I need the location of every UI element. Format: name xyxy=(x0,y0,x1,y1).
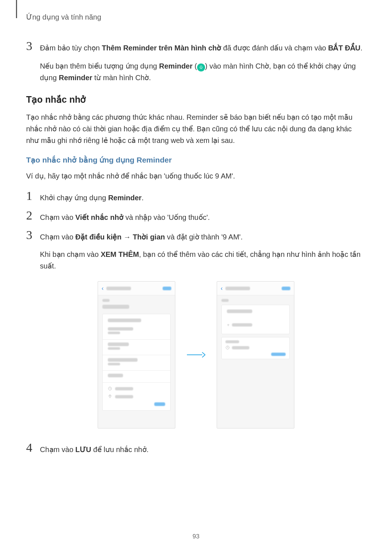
clock-icon xyxy=(108,386,112,391)
add-row: + xyxy=(227,323,284,327)
text: và đặt giờ thành '9 AM'. xyxy=(165,233,243,241)
placeholder-line xyxy=(108,374,123,377)
step-body: Chạm vào Viết nhắc nhở và nhập vào 'Uống… xyxy=(40,211,366,223)
divider xyxy=(103,339,170,340)
step-body: Chạm vào Đặt điều kiện → Thời gian và đặ… xyxy=(40,230,366,243)
step-number: 3 xyxy=(26,40,40,52)
step-3: 3 Đảm bảo tùy chọn Thêm Reminder trên Mà… xyxy=(26,41,366,54)
step-body: Khởi chạy ứng dụng Reminder. xyxy=(40,191,366,204)
figure-row: ‹ xyxy=(26,281,366,428)
condition-row xyxy=(108,386,165,391)
reminder-card: + xyxy=(221,305,290,334)
step-1: 1 Khởi chạy ứng dụng Reminder. xyxy=(26,191,366,204)
text: Đảm bảo tùy chọn xyxy=(40,44,102,52)
text-bold: Thời gian xyxy=(133,233,165,241)
text: để lưu nhắc nhở. xyxy=(91,446,148,454)
text: Khi bạn chạm vào xyxy=(40,250,101,258)
text: Nếu bạn thêm biểu tượng ứng dụng xyxy=(40,62,159,70)
text-bold: Viết nhắc nhở xyxy=(75,213,123,221)
clock-icon xyxy=(225,345,230,350)
placeholder-line xyxy=(115,387,133,390)
divider xyxy=(103,355,170,355)
divider xyxy=(103,382,170,383)
condition-row xyxy=(108,394,165,399)
location-pin-icon xyxy=(108,394,112,399)
text-bold: XEM THÊM xyxy=(101,250,139,258)
back-chevron-icon: ‹ xyxy=(102,285,103,292)
step-number: 1 xyxy=(26,190,40,202)
placeholder-line xyxy=(232,323,252,327)
save-placeholder xyxy=(154,402,165,406)
placeholder-line xyxy=(108,358,138,362)
step-3b-note: Khi bạn chạm vào XEM THÊM, bạn có thể th… xyxy=(40,249,366,272)
step-number: 4 xyxy=(26,442,40,454)
phone-topbar: ‹ xyxy=(98,282,175,295)
step-4: 4 Chạm vào LƯU để lưu nhắc nhở. xyxy=(26,443,366,455)
placeholder-line xyxy=(225,340,239,343)
step-3-note: Nếu bạn thêm biểu tượng ứng dụng Reminde… xyxy=(40,60,366,83)
divider xyxy=(103,370,170,371)
placeholder-line xyxy=(232,346,249,349)
placeholder-line xyxy=(102,305,129,309)
text: đã được đánh dấu và chạm vào xyxy=(221,44,328,52)
text: ( xyxy=(193,62,197,70)
reminder-bell-icon xyxy=(197,63,205,71)
phone-topbar-action-placeholder xyxy=(282,287,290,290)
text: Chạm vào xyxy=(40,446,75,454)
text: → xyxy=(122,233,133,241)
subheading-via-app: Tạo nhắc nhở bằng ứng dụng Reminder xyxy=(26,156,366,164)
text: Chạm vào xyxy=(40,213,75,221)
text-bold: Thêm Reminder trên Màn hình chờ xyxy=(102,44,221,52)
text-bold: Reminder xyxy=(59,74,92,82)
text: và nhập vào 'Uống thuốc'. xyxy=(123,213,210,221)
page-number: 93 xyxy=(0,533,392,540)
heading-create-reminder: Tạo nhắc nhở xyxy=(26,94,366,105)
phone-topbar-title-placeholder xyxy=(225,287,250,290)
placeholder-line xyxy=(108,363,120,365)
placeholder-line xyxy=(102,299,110,302)
paragraph: Tạo nhắc nhở bằng các phương thức khác n… xyxy=(26,111,366,146)
paragraph: Ví dụ, hãy tạo một nhắc nhở để nhắc bạn … xyxy=(26,170,366,182)
placeholder-line xyxy=(221,299,229,302)
phone-body: + xyxy=(217,295,294,363)
plus-icon: + xyxy=(227,323,230,327)
step-body: Đảm bảo tùy chọn Thêm Reminder trên Màn … xyxy=(40,41,366,54)
placeholder-line xyxy=(115,395,133,398)
flow-arrow-icon xyxy=(186,350,206,359)
step-body: Chạm vào LƯU để lưu nhắc nhở. xyxy=(40,443,366,455)
placeholder-line xyxy=(108,327,133,331)
text-bold: Reminder xyxy=(108,194,142,202)
reminder-card xyxy=(102,314,171,411)
phone-topbar-title-placeholder xyxy=(106,287,131,290)
step-2: 2 Chạm vào Viết nhắc nhở và nhập vào 'Uố… xyxy=(26,211,366,223)
step-number: 3 xyxy=(26,229,40,241)
text: . xyxy=(142,194,144,202)
phone-screenshot-left: ‹ xyxy=(98,281,175,428)
text-bold: BẮT ĐẦU xyxy=(328,44,360,52)
text: từ màn hình Chờ. xyxy=(92,74,151,82)
step-number: 2 xyxy=(26,209,40,222)
section-margin-rule xyxy=(16,0,17,18)
condition-strip xyxy=(221,337,290,359)
text-bold: Reminder xyxy=(159,62,192,70)
placeholder-line xyxy=(108,332,120,334)
phone-topbar-action-placeholder xyxy=(163,287,171,290)
text-bold: LƯU xyxy=(75,446,91,454)
action-placeholder xyxy=(271,353,286,356)
text: Chạm vào xyxy=(40,233,75,241)
text: . xyxy=(360,44,363,52)
step-3b: 3 Chạm vào Đặt điều kiện → Thời gian và … xyxy=(26,230,366,243)
back-chevron-icon: ‹ xyxy=(221,285,222,292)
phone-body xyxy=(98,295,175,414)
svg-point-1 xyxy=(110,395,110,396)
placeholder-line xyxy=(227,309,252,313)
text-bold: Đặt điều kiện xyxy=(75,233,122,241)
placeholder-line xyxy=(108,319,141,322)
text: Khởi chạy ứng dụng xyxy=(40,194,108,202)
phone-topbar: ‹ xyxy=(217,282,294,295)
placeholder-line xyxy=(108,347,120,350)
page-header: Ứng dụng và tính năng xyxy=(26,13,366,21)
phone-screenshot-right: ‹ + xyxy=(217,281,294,428)
placeholder-line xyxy=(108,342,129,346)
